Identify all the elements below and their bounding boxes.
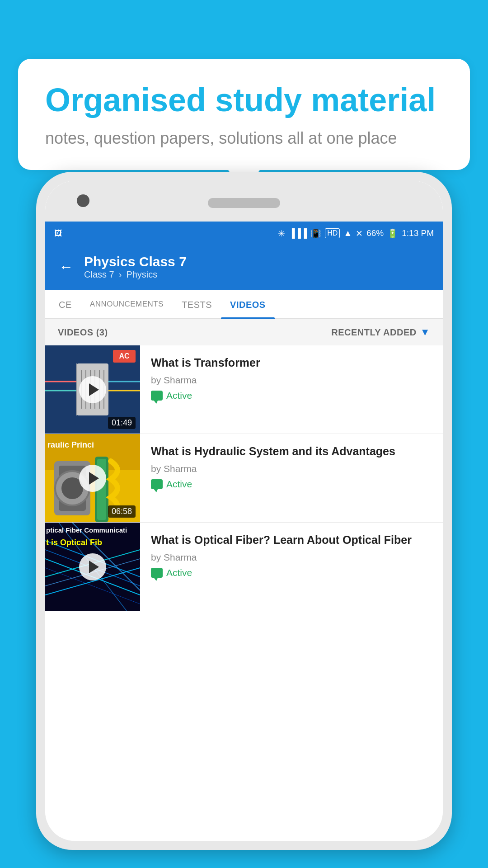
svg-text:ptical Fiber Communicati: ptical Fiber Communicati (46, 526, 127, 534)
phone-speaker (208, 198, 280, 208)
chat-icon-3 (151, 568, 163, 578)
speech-bubble-subtitle: notes, question papers, solutions all at… (45, 127, 443, 150)
status-image-icon: 🖼 (54, 229, 62, 238)
play-icon-3 (89, 561, 99, 573)
phone-inner: 🖼 ✳ ▐▐▐ 📳 HD ▲ ✕ 66% 🔋 1:13 PM (45, 181, 443, 841)
breadcrumb-subject: Physics (126, 269, 157, 280)
data-icon: ✕ (356, 228, 363, 239)
breadcrumb-class: Class 7 (84, 269, 114, 280)
video-info-1: What is Transformer by Sharma Active (140, 345, 443, 434)
play-icon-2 (89, 472, 99, 485)
video-status-1: Active (151, 390, 432, 401)
bluetooth-icon: ✳ (278, 228, 285, 239)
video-item[interactable]: raulic Princi 06:58 What is Hydraulic Sy… (45, 434, 443, 523)
speech-bubble: Organised study material notes, question… (18, 59, 470, 170)
video-title-1: What is Transformer (151, 355, 432, 370)
play-button-3[interactable] (79, 553, 106, 580)
phone-outer: 🖼 ✳ ▐▐▐ 📳 HD ▲ ✕ 66% 🔋 1:13 PM (36, 172, 452, 850)
video-status-3: Active (151, 567, 432, 578)
phone-mockup: 🖼 ✳ ▐▐▐ 📳 HD ▲ ✕ 66% 🔋 1:13 PM (36, 172, 452, 850)
tab-videos[interactable]: VIDEOS (221, 290, 275, 318)
phone-top-bar (45, 181, 443, 222)
video-item[interactable]: ptical Fiber Communicati t is Optical Fi… (45, 523, 443, 611)
video-thumbnail-1: AC 01:49 (45, 345, 140, 434)
status-right: ✳ ▐▐▐ 📳 HD ▲ ✕ 66% 🔋 1:13 PM (278, 228, 434, 239)
videos-header: VIDEOS (3) RECENTLY ADDED ▼ (45, 319, 443, 345)
clock: 1:13 PM (402, 228, 434, 238)
video-info-3: What is Optical Fiber? Learn About Optic… (140, 523, 443, 611)
video-duration-1: 01:49 (108, 417, 136, 429)
video-status-2: Active (151, 479, 432, 490)
battery-icon: 🔋 (387, 228, 398, 239)
play-icon-1 (89, 383, 99, 396)
back-button[interactable]: ← (59, 259, 73, 275)
video-author-2: by Sharma (151, 463, 432, 474)
wifi-icon: ▲ (343, 228, 352, 238)
hd-badge: HD (325, 228, 340, 238)
video-info-2: What is Hydraulic System and its Advanta… (140, 434, 443, 522)
sort-filter-button[interactable]: RECENTLY ADDED ▼ (331, 326, 430, 338)
phone-camera-icon (77, 194, 89, 207)
svg-text:t is Optical Fib: t is Optical Fib (46, 538, 102, 547)
status-label-2: Active (166, 479, 192, 490)
app-header: ← Physics Class 7 Class 7 › Physics (45, 245, 443, 290)
chevron-down-icon: ▼ (420, 326, 430, 338)
chat-icon-2 (151, 479, 163, 489)
course-title: Physics Class 7 (84, 254, 187, 269)
play-button-2[interactable] (79, 465, 106, 492)
vibrate-icon: 📳 (310, 228, 321, 239)
header-title-area: Physics Class 7 Class 7 › Physics (84, 254, 187, 280)
video-duration-2: 06:58 (108, 505, 136, 518)
video-author-1: by Sharma (151, 375, 432, 386)
signal-icon: ▐▐▐ (289, 228, 307, 238)
tab-ce[interactable]: CE (50, 290, 81, 318)
breadcrumb-separator: › (119, 269, 122, 280)
status-label-1: Active (166, 390, 192, 401)
course-breadcrumb: Class 7 › Physics (84, 269, 187, 280)
svg-text:raulic Princi: raulic Princi (47, 440, 94, 449)
video-author-3: by Sharma (151, 552, 432, 563)
tab-tests[interactable]: TESTS (173, 290, 221, 318)
battery-percent: 66% (366, 228, 384, 238)
svg-text:AC: AC (119, 352, 130, 360)
status-label-3: Active (166, 567, 192, 578)
status-left: 🖼 (54, 229, 62, 238)
tab-announcements[interactable]: ANNOUNCEMENTS (81, 290, 173, 318)
videos-count: VIDEOS (3) (58, 327, 108, 338)
video-list: AC 01:49 What is Transformer by Sharma (45, 345, 443, 611)
video-title-2: What is Hydraulic System and its Advanta… (151, 444, 432, 459)
video-item[interactable]: AC 01:49 What is Transformer by Sharma (45, 345, 443, 434)
status-bar: 🖼 ✳ ▐▐▐ 📳 HD ▲ ✕ 66% 🔋 1:13 PM (45, 222, 443, 245)
speech-bubble-title: Organised study material (45, 81, 443, 119)
phone-screen: 🖼 ✳ ▐▐▐ 📳 HD ▲ ✕ 66% 🔋 1:13 PM (45, 222, 443, 841)
sort-label: RECENTLY ADDED (331, 327, 417, 338)
play-button-1[interactable] (79, 376, 106, 403)
tabs-bar: CE ANNOUNCEMENTS TESTS VIDEOS (45, 290, 443, 319)
video-title-3: What is Optical Fiber? Learn About Optic… (151, 533, 432, 547)
video-thumbnail-3: ptical Fiber Communicati t is Optical Fi… (45, 523, 140, 611)
video-thumbnail-2: raulic Princi 06:58 (45, 434, 140, 522)
chat-icon-1 (151, 391, 163, 401)
